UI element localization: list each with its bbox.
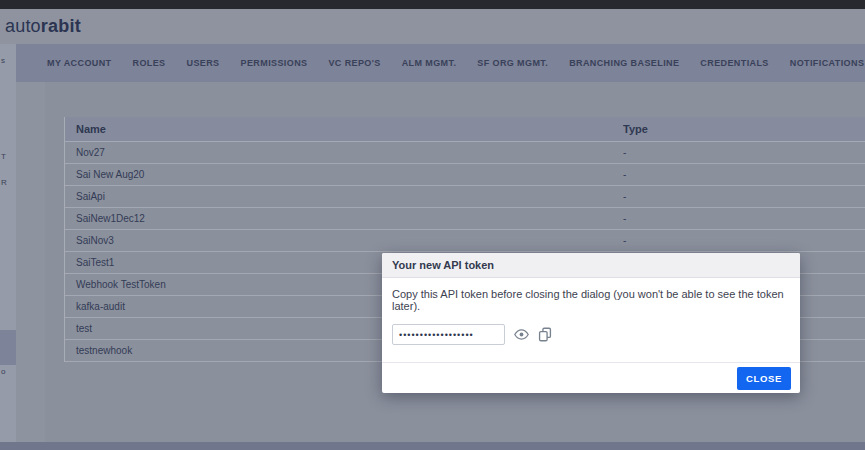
tab-alm-mgmt[interactable]: ALM MGMT. [402, 58, 457, 68]
column-header-type: Type [623, 123, 648, 135]
tab-branching-baseline[interactable]: BRANCHING BASELINE [569, 58, 679, 68]
table-row[interactable]: SaiNov3 - [65, 230, 865, 252]
table-row[interactable]: SaiApi - [65, 186, 865, 208]
logo-text-bold: rabit [41, 16, 81, 36]
close-dialog-button[interactable]: CLOSE [737, 367, 791, 390]
tab-roles[interactable]: ROLES [133, 58, 166, 68]
app-header: autorabit [0, 9, 865, 44]
table-row[interactable]: Nov27 - [65, 142, 865, 164]
token-name-cell: SaiApi [65, 191, 623, 202]
sidebar-text-fragment: T [1, 152, 6, 161]
dialog-message: Copy this API token before closing the d… [392, 288, 790, 312]
table-row[interactable]: SaiNew1Dec12 - [65, 208, 865, 230]
reveal-token-eye-icon[interactable] [513, 328, 530, 341]
settings-nav-tabs: MY ACCOUNT ROLES USERS PERMISSIONS VC RE… [0, 44, 865, 82]
new-api-token-dialog: Your new API token Copy this API token b… [382, 253, 800, 393]
tab-credentials[interactable]: CREDENTIALS [700, 58, 768, 68]
logo-text-light: auto [5, 16, 41, 36]
table-row[interactable]: Sai New Aug20 - [65, 164, 865, 186]
token-row [392, 324, 790, 345]
token-type-cell: - [623, 169, 626, 180]
dialog-body: Copy this API token before closing the d… [382, 278, 800, 345]
token-type-cell: - [623, 213, 626, 224]
api-token-masked-input[interactable] [392, 324, 505, 345]
copy-token-icon[interactable] [538, 327, 552, 342]
sidebar-text-fragment: R [1, 178, 7, 187]
tab-vc-repos[interactable]: VC REPO'S [328, 58, 380, 68]
sidebar-content-gap [16, 82, 45, 442]
token-name-cell: SaiNov3 [65, 235, 623, 246]
sidebar-text-fragment: o [1, 367, 5, 376]
autorabit-logo[interactable]: autorabit [5, 16, 81, 37]
token-name-cell: Sai New Aug20 [65, 169, 623, 180]
table-header-row: Name Type [65, 117, 865, 142]
column-header-name: Name [65, 123, 623, 135]
page-bottom-edge [0, 442, 865, 450]
dialog-header: Your new API token [382, 253, 800, 278]
token-type-cell: - [623, 191, 626, 202]
tab-my-account[interactable]: MY ACCOUNT [47, 58, 112, 68]
token-name-cell: SaiNew1Dec12 [65, 213, 623, 224]
sidebar-text-fragment: s [1, 56, 5, 65]
tab-permissions[interactable]: PERMISSIONS [241, 58, 308, 68]
tab-notifications[interactable]: NOTIFICATIONS [790, 58, 865, 68]
token-type-cell: - [623, 235, 626, 246]
token-type-cell: - [623, 147, 626, 158]
cutoff-left-sidebar [0, 44, 16, 442]
browser-chrome-bar [0, 0, 865, 9]
token-name-cell: Nov27 [65, 147, 623, 158]
sidebar-active-item-edge[interactable] [0, 330, 16, 365]
app-screen: autorabit MY ACCOUNT ROLES USERS PERMISS… [0, 0, 865, 450]
dialog-footer: CLOSE [382, 362, 800, 393]
tab-sf-org-mgmt[interactable]: SF ORG MGMT. [477, 58, 548, 68]
tab-users[interactable]: USERS [187, 58, 220, 68]
dialog-title: Your new API token [392, 259, 494, 271]
